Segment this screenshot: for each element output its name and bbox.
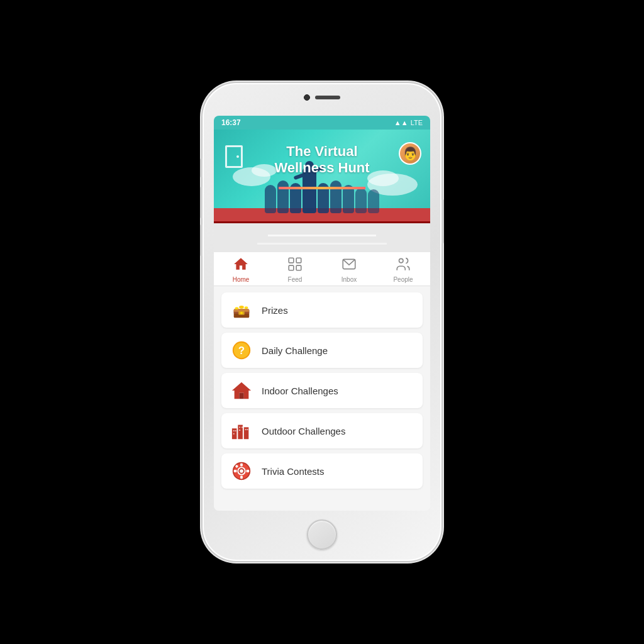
svg-rect-3 — [296, 265, 301, 270]
svg-point-12 — [245, 306, 248, 309]
svg-rect-24 — [233, 433, 235, 435]
hero-title: The Virtual Wellness Hunt — [259, 143, 385, 177]
user-avatar[interactable]: 👨 — [399, 142, 421, 165]
tab-feed-label: Feed — [288, 276, 303, 283]
trivia-contests-label: Trivia Contests — [262, 466, 324, 477]
status-icons: ▲▲ LTE — [394, 119, 423, 126]
svg-rect-28 — [245, 429, 247, 430]
svg-rect-25 — [239, 426, 240, 428]
svg-rect-23 — [235, 430, 236, 431]
tab-inbox-label: Inbox — [341, 276, 357, 283]
earpiece-speaker — [315, 96, 340, 99]
tab-home[interactable]: Home — [214, 256, 268, 283]
daily-challenge-icon: ? — [230, 339, 253, 362]
mute-button — [200, 158, 203, 177]
menu-item-trivia-contests[interactable]: Trivia Contests — [221, 453, 423, 489]
svg-point-13 — [239, 306, 244, 309]
svg-text:?: ? — [238, 345, 245, 357]
power-button — [441, 199, 444, 243]
network-label: LTE — [411, 119, 423, 126]
outdoor-challenges-label: Outdoor Challenges — [262, 426, 345, 436]
menu-item-daily-challenge[interactable]: ? Daily Challenge — [221, 333, 423, 368]
svg-rect-18 — [239, 393, 244, 399]
finish-ribbon — [279, 187, 365, 189]
race-track — [214, 208, 430, 252]
door-icon — [225, 145, 243, 168]
svg-rect-37 — [247, 470, 250, 472]
feed-icon — [287, 256, 303, 275]
volume-down-button — [200, 225, 203, 256]
tab-bar: Home Feed — [214, 252, 430, 286]
tab-home-label: Home — [233, 276, 250, 283]
hero-banner: The Virtual Wellness Hunt 👨 — [214, 130, 430, 252]
screen: 16:37 ▲▲ LTE — [214, 116, 430, 511]
status-time: 16:37 — [221, 118, 241, 127]
home-icon — [233, 256, 249, 275]
runner-1 — [265, 185, 276, 213]
svg-rect-29 — [247, 429, 248, 430]
prizes-label: Prizes — [262, 305, 288, 316]
svg-point-33 — [240, 469, 243, 473]
svg-rect-2 — [289, 265, 294, 270]
prizes-icon — [230, 299, 253, 321]
front-camera — [304, 94, 310, 101]
menu-item-indoor-challenges[interactable]: Indoor Challenges — [221, 373, 423, 408]
indoor-challenges-label: Indoor Challenges — [262, 386, 338, 396]
svg-rect-1 — [296, 258, 301, 263]
runner-6 — [330, 180, 341, 213]
runner-2 — [277, 180, 289, 213]
svg-rect-0 — [289, 258, 294, 263]
menu-item-prizes[interactable]: Prizes — [221, 292, 423, 328]
svg-point-11 — [235, 307, 239, 309]
svg-rect-21 — [244, 427, 249, 439]
svg-rect-35 — [240, 476, 243, 479]
tab-people[interactable]: People — [376, 256, 430, 283]
svg-rect-19 — [232, 428, 237, 439]
track-line-1 — [268, 235, 376, 236]
volume-up-button — [200, 187, 203, 218]
trivia-contests-icon — [230, 460, 253, 482]
hero-text: The Virtual Wellness Hunt — [259, 143, 385, 177]
runner-8 — [355, 188, 367, 213]
status-bar: 16:37 ▲▲ LTE — [214, 116, 430, 130]
svg-rect-34 — [240, 464, 243, 467]
svg-point-10 — [240, 312, 243, 314]
outdoor-challenges-icon — [230, 419, 253, 442]
tab-people-label: People — [393, 276, 413, 283]
daily-challenge-label: Daily Challenge — [262, 345, 328, 356]
top-notch — [284, 94, 360, 101]
svg-rect-27 — [239, 430, 240, 431]
inbox-icon — [341, 256, 357, 275]
runner-9 — [368, 189, 379, 213]
signal-icon: ▲▲ — [394, 119, 408, 126]
svg-rect-26 — [242, 426, 243, 428]
indoor-challenges-icon — [230, 379, 253, 402]
svg-rect-22 — [233, 430, 235, 431]
tab-inbox[interactable]: Inbox — [322, 256, 376, 283]
svg-rect-36 — [234, 470, 237, 472]
people-icon — [395, 256, 411, 275]
phone-device: 16:37 ▲▲ LTE — [203, 83, 441, 561]
tab-feed[interactable]: Feed — [268, 256, 322, 283]
svg-point-5 — [399, 258, 404, 263]
menu-item-outdoor-challenges[interactable]: Outdoor Challenges — [221, 413, 423, 448]
menu-list: Prizes ? Daily Challenge — [214, 286, 430, 511]
home-button[interactable] — [307, 519, 337, 550]
track-line-2 — [257, 243, 387, 245]
